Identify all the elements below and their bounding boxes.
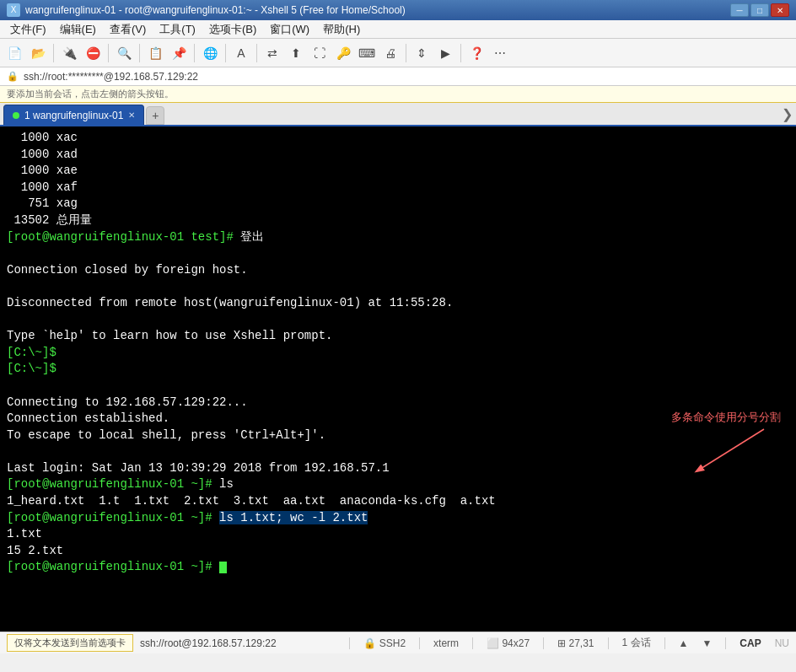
new-session-button[interactable]: 📄	[3, 42, 25, 64]
toolbar-sep-8	[460, 44, 461, 62]
num-indicator: NU	[775, 637, 789, 649]
tab-label: 1 wangruifenglinux-01	[24, 110, 123, 121]
address-text: ssh://root:*********@192.168.57.129:22	[24, 71, 198, 83]
scroll-lock-button[interactable]: ⇕	[411, 42, 433, 64]
toolbar-sep-2	[108, 44, 109, 62]
terminal-line: [C:\~]$	[7, 361, 789, 378]
terminal-line: 1000 xad	[7, 147, 789, 164]
active-tab[interactable]: 1 wangruifenglinux-01 ✕	[3, 105, 144, 125]
terminal-line: [root@wangruifenglinux-01 ~]# ls	[7, 476, 789, 493]
title-bar-left: X wangruifenglinux-01 - root@wangruifeng…	[7, 3, 406, 17]
toolbar-sep-3	[139, 44, 140, 62]
status-divider	[725, 637, 726, 649]
info-text: 要添加当前会话，点击左侧的箭头按钮。	[7, 88, 174, 100]
status-message: 仅将文本发送到当前选项卡	[7, 634, 133, 652]
terminal-line: 1_heard.txt 1.t 1.txt 2.txt 3.txt aa.txt…	[7, 493, 789, 510]
encoding-status: xterm	[433, 637, 459, 649]
globe-button[interactable]: 🌐	[199, 42, 221, 64]
terminal-line: Connecting to 192.168.57.129:22...	[7, 395, 789, 411]
tab-close-button[interactable]: ✕	[128, 110, 135, 120]
status-divider	[543, 637, 544, 649]
menu-tabs[interactable]: 选项卡(B)	[202, 20, 263, 39]
terminal-line	[7, 278, 789, 295]
toolbar-sep-5	[225, 44, 226, 62]
terminal-line: Connection established.	[7, 411, 789, 427]
scroll-up-button[interactable]: ▲	[679, 637, 689, 649]
menu-help[interactable]: 帮助(H)	[316, 20, 367, 39]
scroll-down-button[interactable]: ▼	[702, 637, 712, 649]
status-right: 🔒 SSH2 xterm ⬜ 94x27 ⊞ 27,31 1 会话 ▲ ▼ CA…	[349, 636, 789, 650]
print-button[interactable]: 🖨	[379, 42, 401, 64]
protocol-status: 🔒 SSH2	[363, 637, 406, 649]
terminal-line: Connection closed by foreign host.	[7, 262, 789, 279]
terminal[interactable]: 1000 xac 1000 xad 1000 xae 1000 xaf 751 …	[0, 126, 796, 632]
cursor-block	[219, 562, 227, 573]
status-divider	[664, 637, 665, 649]
connection-info: ssh://root@192.168.57.129:22	[140, 637, 277, 649]
connect-button[interactable]: 🔌	[58, 42, 80, 64]
menu-bar: 文件(F) 编辑(E) 查看(V) 工具(T) 选项卡(B) 窗口(W) 帮助(…	[0, 20, 796, 39]
extra-button[interactable]: ⋯	[489, 42, 511, 64]
toolbar-sep-1	[53, 44, 54, 62]
upload-button[interactable]: ⬆	[285, 42, 307, 64]
terminal-line: 1000 xaf	[7, 180, 789, 196]
new-tab-button[interactable]: +	[146, 106, 164, 125]
terminal-line: 13502 总用量	[7, 212, 789, 229]
terminal-line: 1000 xae	[7, 163, 789, 180]
menu-view[interactable]: 查看(V)	[103, 20, 153, 39]
terminal-line: Type `help' to learn how to use Xshell p…	[7, 328, 789, 345]
status-divider	[472, 637, 473, 649]
disconnect-button[interactable]: ⛔	[82, 42, 104, 64]
keyboard-button[interactable]: ⌨	[356, 42, 378, 64]
minimize-button[interactable]: ─	[730, 3, 749, 17]
status-divider	[349, 637, 350, 649]
status-bar: 仅将文本发送到当前选项卡 ssh://root@192.168.57.129:2…	[0, 632, 796, 653]
app-icon: X	[7, 3, 20, 17]
terminal-line	[7, 312, 789, 329]
terminal-line: 15 2.txt	[7, 543, 789, 560]
status-divider	[419, 637, 420, 649]
cap-indicator: CAP	[740, 637, 761, 649]
help-button[interactable]: ❓	[465, 42, 487, 64]
lock-icon: 🔒	[7, 71, 19, 82]
font-button[interactable]: A	[230, 42, 252, 64]
session-count: 1 会话	[622, 636, 651, 650]
find-button[interactable]: 🔍	[113, 42, 135, 64]
fullscreen-button[interactable]: ⛶	[309, 42, 331, 64]
toolbar: 📄 📂 🔌 ⛔ 🔍 📋 📌 🌐 A ⇄ ⬆ ⛶ 🔑 ⌨ 🖨 ⇕ ▶ ❓ ⋯	[0, 39, 796, 67]
terminal-line: [C:\~]$	[7, 345, 789, 362]
toolbar-sep-6	[256, 44, 257, 62]
transfer-button[interactable]: ⇄	[261, 42, 283, 64]
copy-button[interactable]: 📋	[144, 42, 166, 64]
terminal-line	[7, 444, 789, 460]
terminal-line: 1000 xac	[7, 130, 789, 147]
terminal-line: 751 xag	[7, 196, 789, 212]
lock-button[interactable]: 🔑	[332, 42, 354, 64]
info-bar: 要添加当前会话，点击左侧的箭头按钮。	[0, 86, 796, 103]
open-button[interactable]: 📂	[27, 42, 49, 64]
menu-file[interactable]: 文件(F)	[3, 20, 53, 39]
menu-edit[interactable]: 编辑(E)	[53, 20, 103, 39]
terminal-line	[7, 245, 789, 262]
close-button[interactable]: ✕	[771, 3, 789, 17]
dimensions-status: ⬜ 94x27	[487, 637, 530, 649]
maximize-button[interactable]: □	[750, 3, 769, 17]
terminal-prompt-highlight: [root@wangruifenglinux-01 ~]# ls 1.txt; …	[7, 510, 789, 527]
tab-scroll-right[interactable]: ❯	[782, 106, 793, 122]
tab-bar: 1 wangruifenglinux-01 ✕ + ❯	[0, 103, 796, 126]
toolbar-sep-7	[406, 44, 406, 62]
terminal-line: [root@wangruifenglinux-01 test]# 登出	[7, 229, 789, 246]
more-button[interactable]: ▶	[434, 42, 456, 64]
menu-window[interactable]: 窗口(W)	[263, 20, 316, 39]
terminal-line: To escape to local shell, press 'Ctrl+Al…	[7, 427, 789, 444]
terminal-line: 1.txt	[7, 526, 789, 543]
terminal-line-cursor: [root@wangruifenglinux-01 ~]#	[7, 559, 789, 576]
tab-status-dot	[13, 112, 19, 119]
menu-tools[interactable]: 工具(T)	[153, 20, 202, 39]
cursor-position: ⊞ 27,31	[557, 637, 594, 649]
status-divider	[608, 637, 609, 649]
title-bar-buttons[interactable]: ─ □ ✕	[730, 3, 789, 17]
title-bar-text: wangruifenglinux-01 - root@wangruifengli…	[25, 4, 406, 16]
title-bar: X wangruifenglinux-01 - root@wangruifeng…	[0, 0, 796, 20]
paste-button[interactable]: 📌	[168, 42, 190, 64]
